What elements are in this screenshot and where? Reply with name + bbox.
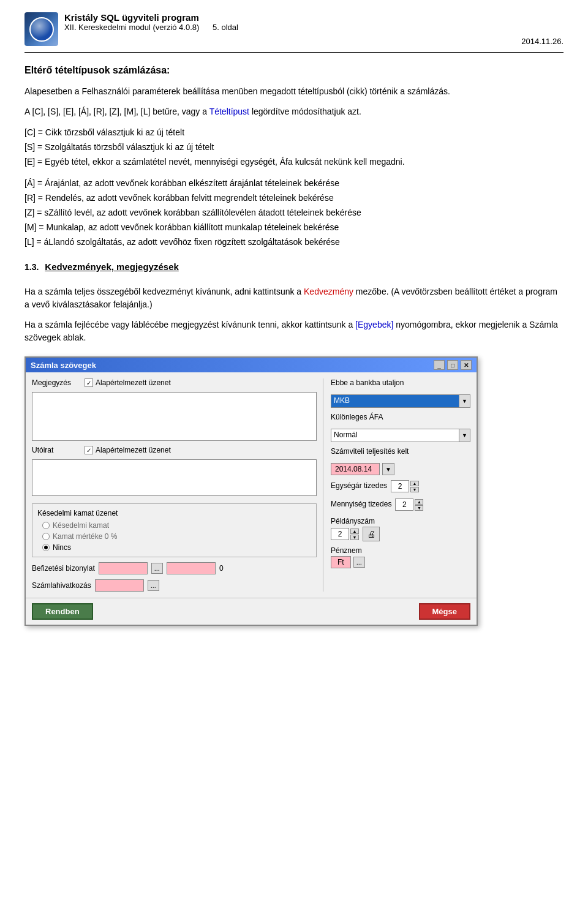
peldanyszam-value: 2 [331, 528, 349, 540]
kamat-option3-text: Nincs [53, 543, 71, 552]
list-item-a: [Á] = Árajánlat, az adott vevőnek korább… [24, 176, 564, 191]
befizetesi-input[interactable] [99, 562, 148, 574]
section2-para1: Ha a számla teljes összegéből kedvezmény… [24, 285, 564, 311]
utoirat-checkbox[interactable]: ✓ [85, 446, 93, 454]
mennyiseg-down[interactable]: ▼ [415, 505, 423, 511]
list-item-l: [L] = áLlandó szolgáltatás, az adott vev… [24, 235, 564, 250]
befizetesi-dots-btn[interactable]: ... [151, 563, 163, 574]
print-button[interactable]: 🖨 [363, 527, 380, 541]
mennyiseg-up[interactable]: ▲ [415, 499, 423, 505]
dialog-title: Számla szövegek [31, 361, 96, 370]
header-divider [24, 52, 564, 53]
section1-title: Eltérő tételtípusok számlázása: [24, 65, 564, 76]
afa-dropdown-arrow[interactable]: ▼ [459, 429, 470, 442]
section1-para1: Alapesetben a Felhasználói paraméterek b… [24, 85, 564, 98]
mennyiseg-spinner[interactable]: 2 ▲ ▼ [395, 498, 423, 511]
befizetesi-label: Befizetési bizonylat [32, 564, 95, 573]
bank-label: Ebbe a bankba utaljon [331, 378, 404, 387]
kamat-group-title: Késedelmi kamat üzenet [37, 509, 311, 517]
teljesites-row: Számviteli teljesítés kelt [331, 447, 470, 457]
egysegar-spinner[interactable]: 2 ▲ ▼ [391, 480, 419, 492]
kamat-radio2[interactable] [42, 533, 50, 540]
bank-dropdown-arrow[interactable]: ▼ [459, 395, 470, 407]
egysegar-arrows: ▲ ▼ [410, 481, 419, 492]
close-button[interactable]: ✕ [461, 360, 472, 370]
szamlahivatkozas-dots-btn[interactable]: ... [148, 580, 159, 591]
kamat-option3-label[interactable]: Nincs [42, 543, 311, 552]
kamat-option2-text: Kamat mértéke 0 % [53, 532, 117, 541]
kedvezmeny-link: Kedvezmény [304, 287, 353, 296]
egysegar-label: Egységár tizedes [331, 481, 387, 490]
szamlahivatkozas-input[interactable] [95, 579, 144, 592]
megjegyzes-row: Megjegyzés ✓ Alapértelmezett üzenet [32, 378, 317, 387]
section1-list: [C] = Cikk törzsből választjuk ki az új … [24, 126, 564, 169]
befizetesi-value: 0 [219, 564, 224, 573]
app-logo [24, 12, 58, 46]
teteltipus-link: Tételtípust [209, 107, 249, 116]
afa-dropdown[interactable]: Normál ▼ [331, 429, 470, 442]
megjegyzes-checkbox-label[interactable]: ✓ Alapértelmezett üzenet [85, 378, 171, 387]
maximize-button[interactable]: □ [447, 360, 458, 370]
teljesites-date-row: 2014.08.14 ▼ [331, 463, 470, 475]
peldanyszam-arrows: ▲ ▼ [350, 528, 359, 540]
list-item-r: [R] = Rendelés, az adott vevőnek korábba… [24, 191, 564, 206]
utoirat-checkbox-label[interactable]: ✓ Alapértelmezett üzenet [85, 446, 171, 454]
dialog-body: Megjegyzés ✓ Alapértelmezett üzenet Utói… [26, 372, 477, 598]
megjegyzes-textarea[interactable] [32, 392, 317, 441]
section-2: 1.3. Kedvezmények, megjegyzések Ha a szá… [24, 261, 564, 344]
szamlahivatkozas-label: Számlahivatkozás [32, 581, 91, 590]
kamat-radio1[interactable] [42, 522, 50, 529]
section1-para2: A [C], [S], [E], [Á], [R], [Z], [M], [L]… [24, 105, 564, 118]
mennyiseg-row: Mennyiség tizedes 2 ▲ ▼ [331, 498, 470, 511]
teljesites-date[interactable]: 2014.08.14 [331, 463, 380, 475]
section2-para2-prefix: Ha a számla fejlécébe vagy láblécébe meg… [24, 320, 355, 329]
list-item-s: [S] = Szolgáltatás törzsből választjuk k… [24, 140, 564, 155]
penznem-value: Ft [331, 556, 351, 568]
megse-button[interactable]: Mégse [419, 603, 470, 620]
section1-list2: [Á] = Árajánlat, az adott vevőnek korább… [24, 176, 564, 249]
peldanyszam-spinner[interactable]: 2 ▲ ▼ [331, 528, 359, 540]
kamat-option1-label[interactable]: Késedelmi kamat [42, 521, 311, 530]
egyebek-link: [Egyebek] [355, 320, 393, 329]
kamat-radio3[interactable] [42, 544, 50, 551]
header-text: Kristály SQL ügyviteli program XII. Kere… [64, 12, 521, 32]
egysegar-down[interactable]: ▼ [410, 487, 419, 492]
minimize-button[interactable]: _ [434, 360, 445, 370]
utoirat-label: Utóirat [32, 446, 81, 454]
list-item-m: [M] = Munkalap, az adott vevőnek korábba… [24, 220, 564, 235]
bank-row: Ebbe a bankba utaljon [331, 378, 470, 388]
megjegyzes-checkbox-text: Alapértelmezett üzenet [96, 378, 171, 387]
egysegar-row: Egységár tizedes 2 ▲ ▼ [331, 480, 470, 492]
afa-label: Különleges ÁFA [331, 413, 383, 421]
befizetesi-row: Befizetési bizonylat ... 0 [32, 562, 317, 574]
calendar-button[interactable]: ▼ [382, 463, 394, 475]
peldanyszam-section: Példányszám 2 ▲ ▼ 🖨 [331, 517, 470, 541]
kamat-radio-group: Késedelmi kamat Kamat mértéke 0 % Nincs [42, 521, 311, 552]
mennyiseg-label: Mennyiség tizedes [331, 500, 391, 508]
list-item-c: [C] = Cikk törzsből választjuk ki az új … [24, 126, 564, 140]
kamat-option2-label[interactable]: Kamat mértéke 0 % [42, 532, 311, 541]
section2-para1-prefix: Ha a számla teljes összegéből kedvezmény… [24, 287, 304, 296]
kamat-group: Késedelmi kamat üzenet Késedelmi kamat K… [32, 503, 317, 557]
page-header: Kristály SQL ügyviteli program XII. Kere… [24, 12, 564, 46]
utoirat-checkbox-text: Alapértelmezett üzenet [96, 446, 171, 454]
dialog-footer: Rendben Mégse [26, 598, 477, 625]
befizetesi-input2[interactable] [167, 562, 216, 574]
dialog-right-panel: Ebbe a bankba utaljon MKB ▼ Különleges Á… [323, 378, 470, 592]
section2-para2: Ha a számla fejlécébe vagy láblécébe meg… [24, 318, 564, 344]
afa-row: Különleges ÁFA [331, 413, 470, 423]
egysegar-up[interactable]: ▲ [410, 481, 419, 486]
dialog-titlebar: Számla szövegek _ □ ✕ [26, 358, 477, 372]
peldanyszam-up[interactable]: ▲ [350, 528, 359, 534]
rendben-button[interactable]: Rendben [32, 603, 93, 620]
peldanyszam-down[interactable]: ▼ [350, 535, 359, 540]
section2-title: Kedvezmények, megjegyzések [45, 261, 178, 272]
penznem-dots-btn[interactable]: ... [353, 557, 365, 568]
megjegyzes-checkbox[interactable]: ✓ [85, 378, 93, 387]
bank-dropdown[interactable]: MKB ▼ [331, 394, 470, 408]
logo-image [29, 17, 54, 42]
afa-value: Normál [331, 429, 459, 442]
para2-suffix: legördítve módosíthatjuk azt. [249, 107, 361, 116]
kamat-option1-text: Késedelmi kamat [53, 521, 109, 530]
utoirat-textarea[interactable] [32, 459, 317, 496]
